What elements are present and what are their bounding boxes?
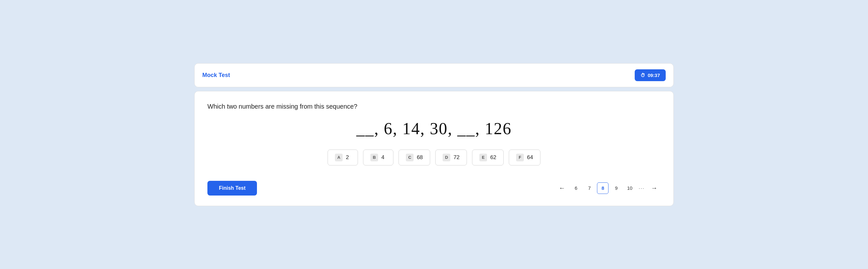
option-button-a[interactable]: A2 [328,149,358,166]
pagination-page-10[interactable]: 10 [624,182,636,194]
option-button-f[interactable]: F64 [509,149,540,166]
pagination-prev-arrow[interactable]: ← [555,182,568,194]
outer-container: Mock Test ⏱ 09:37 Which two numbers are … [194,63,674,206]
option-value-b: 4 [381,154,384,161]
option-label-e: E [479,154,487,161]
pagination-page-6[interactable]: 6 [570,182,582,194]
pagination-page-9[interactable]: 9 [611,182,622,194]
header-card: Mock Test ⏱ 09:37 [194,63,674,87]
pagination-pages: 678910··· [570,182,646,194]
option-button-e[interactable]: E62 [472,149,504,166]
timer-display: 09:37 [648,72,660,78]
option-button-b[interactable]: B4 [363,149,394,166]
footer-row: Finish Test ← 678910··· → [208,181,660,196]
option-label-b: B [370,154,378,161]
question-text: Which two numbers are missing from this … [208,103,660,110]
option-value-a: 2 [346,154,349,161]
option-value-d: 72 [454,154,460,161]
option-value-e: 62 [490,154,496,161]
mock-test-title: Mock Test [202,72,230,78]
sequence-display: __, 6, 14, 30, __, 126 [208,119,660,138]
option-label-d: D [443,154,450,161]
pagination-page-8[interactable]: 8 [597,182,609,194]
timer-button[interactable]: ⏱ 09:37 [635,69,666,81]
option-button-d[interactable]: D72 [435,149,467,166]
pagination-next-arrow[interactable]: → [648,182,660,194]
option-label-c: C [406,154,413,161]
option-button-c[interactable]: C68 [399,149,430,166]
question-card: Which two numbers are missing from this … [194,91,674,206]
option-label-a: A [335,154,343,161]
finish-test-button[interactable]: Finish Test [208,181,257,196]
options-row: A2B4C68D72E62F64 [208,149,660,166]
option-value-f: 64 [527,154,533,161]
option-value-c: 68 [417,154,423,161]
pagination-page-7[interactable]: 7 [584,182,595,194]
pagination-dots: ··· [637,185,646,191]
pagination: ← 678910··· → [555,182,660,194]
timer-icon: ⏱ [641,72,645,78]
option-label-f: F [516,154,524,161]
